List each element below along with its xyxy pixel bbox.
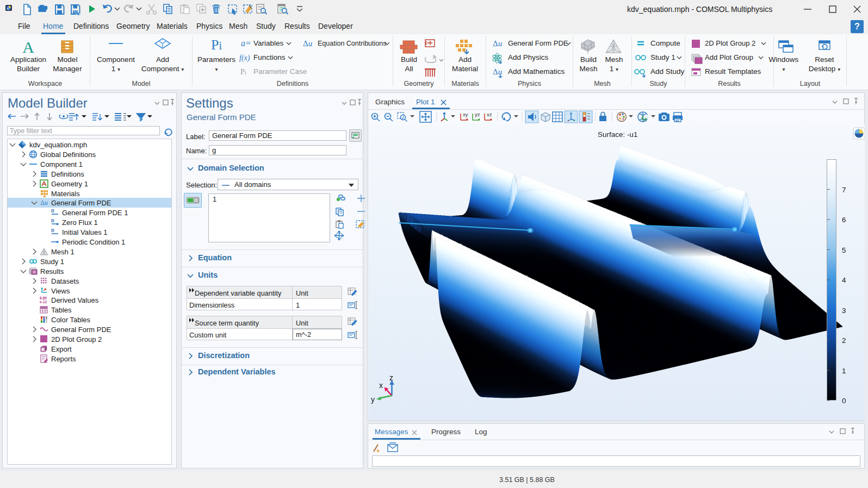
svg-text:Pi: Pi bbox=[240, 68, 246, 76]
svg-text:D: D bbox=[51, 209, 54, 214]
svg-text:Result Templates: Result Templates bbox=[705, 67, 761, 76]
svg-text:z: z bbox=[389, 373, 393, 382]
svg-text:Δu: Δu bbox=[493, 39, 502, 48]
svg-text:Add Physics: Add Physics bbox=[508, 53, 549, 61]
svg-text:y: y bbox=[371, 395, 375, 404]
svg-text:a=: a= bbox=[241, 39, 251, 48]
svg-text:xz: xz bbox=[487, 111, 492, 117]
svg-text:Pi: Pi bbox=[211, 37, 222, 53]
svg-text:7: 7 bbox=[842, 186, 846, 194]
svg-text:6: 6 bbox=[842, 216, 846, 224]
svg-text:Compute: Compute bbox=[650, 39, 680, 47]
svg-text:A: A bbox=[22, 38, 34, 56]
svg-text:f(x): f(x) bbox=[239, 54, 250, 62]
svg-text:Add Mathematics: Add Mathematics bbox=[508, 67, 565, 76]
svg-text:Functions: Functions bbox=[253, 53, 286, 61]
svg-text:Δu: Δu bbox=[40, 199, 48, 207]
svg-text:4: 4 bbox=[842, 276, 846, 284]
svg-text:yz: yz bbox=[475, 111, 480, 117]
svg-text:Δu: Δu bbox=[303, 39, 312, 48]
svg-text:2D Plot Group 2: 2D Plot Group 2 bbox=[705, 39, 755, 47]
svg-text:1: 1 bbox=[842, 367, 846, 375]
svg-text:Study 1: Study 1 bbox=[650, 53, 675, 61]
svg-text:D: D bbox=[51, 228, 54, 233]
svg-text:General Form PDE: General Form PDE bbox=[508, 39, 568, 47]
svg-text:D: D bbox=[51, 218, 54, 223]
svg-text:5: 5 bbox=[842, 246, 846, 254]
svg-text:3: 3 bbox=[842, 306, 846, 315]
svg-text:x: x bbox=[379, 381, 383, 390]
svg-text:Parameter Case: Parameter Case bbox=[253, 67, 307, 76]
svg-text:Variables: Variables bbox=[253, 39, 284, 47]
svg-text:0: 0 bbox=[842, 397, 846, 405]
svg-text:xy: xy bbox=[463, 111, 468, 117]
svg-text:8.85: 8.85 bbox=[40, 296, 47, 300]
svg-text:Add Study: Add Study bbox=[650, 67, 685, 76]
svg-text:e-12: e-12 bbox=[40, 300, 47, 304]
svg-text:Equation Contributions: Equation Contributions bbox=[318, 40, 386, 47]
svg-text:2: 2 bbox=[842, 336, 846, 345]
svg-text:Add Plot Group: Add Plot Group bbox=[705, 53, 753, 61]
